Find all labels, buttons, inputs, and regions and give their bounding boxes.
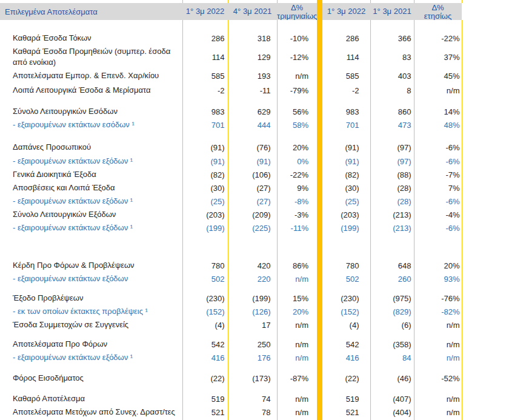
cell-value: (199) [228, 292, 277, 305]
row-right-margin [462, 168, 506, 181]
cell-value: 420 [228, 259, 277, 272]
cell-value: (22) [322, 372, 370, 385]
cell-value: (97) [370, 140, 414, 155]
cell-value: (91) [182, 140, 228, 155]
table-row: Καθαρό Αποτέλεσμα51974n/m519(407)n/m [0, 392, 506, 405]
cell-value: (203) [182, 208, 228, 221]
section-divider [317, 83, 322, 98]
section-divider [317, 68, 322, 83]
cell-value: (407) [370, 392, 414, 405]
table-subrow: - εξαιρουμένων εκτάκτων εξόδων502220n/m5… [0, 272, 506, 285]
cell-value: (28) [370, 195, 414, 208]
col-header-delta-quarterly: Δ%τριμηνιαίως [277, 3, 317, 20]
row-label: Αποτελέσματα Εμπορ. & Επενδ. Χαρ/κίου [0, 68, 182, 83]
cell-value: 56% [277, 105, 317, 118]
cell-value: 129 [228, 45, 277, 68]
row-right-margin [462, 83, 506, 98]
cell-value: -52% [414, 372, 462, 385]
table-row: Αποτελέσματα Μετόχων από Συνεχ. Δραστ/τε… [0, 405, 506, 419]
row-label: Λοιπά Λειτουργικά Έσοδα & Μερίσματα [0, 83, 182, 98]
row-right-margin [462, 272, 506, 285]
section-divider [317, 105, 322, 118]
cell-value: (25) [322, 195, 370, 208]
section-divider [317, 272, 322, 285]
header-row: Επιλεγμένα Αποτελέσματα 1° 3μ 2022 4° 3μ… [0, 3, 506, 20]
cell-value: -76% [414, 292, 462, 305]
cell-value: n/m [277, 272, 317, 285]
table-row: Έξοδο Προβλέψεων(230)(199)15%(230)(975)-… [0, 292, 506, 305]
row-right-margin [462, 208, 506, 221]
cell-value: (30) [322, 181, 370, 195]
cell-value: 83 [370, 45, 414, 68]
row-label: Γενικά Διοικητικά Έξοδα [0, 168, 182, 181]
cell-value: 366 [370, 31, 414, 45]
table-row: Αποτελέσματα Εμπορ. & Επενδ. Χαρ/κίου585… [0, 68, 506, 83]
section-divider [317, 351, 322, 364]
col-header-q4-2021: 4° 3μ 2021 [228, 3, 277, 20]
row-right-margin [462, 318, 506, 332]
row-right-margin [462, 405, 506, 419]
spacer-row [0, 20, 506, 31]
cell-value: 473 [370, 118, 414, 132]
cell-value: 286 [182, 31, 228, 45]
cell-value: (203) [322, 208, 370, 221]
section-divider [317, 285, 322, 292]
cell-value: 519 [182, 392, 228, 405]
cell-value: (230) [322, 292, 370, 305]
table-row: Σύνολο Λειτουργικών Εξόδων(203)(209)-3%(… [0, 208, 506, 221]
section-divider [317, 20, 322, 31]
row-label: Αποσβέσεις και Λοιπά Έξοδα [0, 181, 182, 195]
cell-value: (30) [182, 181, 228, 195]
cell-value: (4) [322, 318, 370, 332]
cell-value: 318 [228, 31, 277, 45]
cell-value: -6% [414, 155, 462, 168]
cell-value: (829) [370, 305, 414, 318]
cell-value: 220 [228, 272, 277, 285]
cell-value: 193 [228, 68, 277, 83]
section-divider [317, 235, 322, 259]
cell-value: (152) [182, 305, 228, 318]
cell-value: (97) [370, 155, 414, 168]
cell-value: 416 [322, 351, 370, 364]
section-divider [317, 3, 322, 20]
row-right-margin [462, 45, 506, 68]
row-right-margin [462, 31, 506, 45]
cell-value: 20% [414, 259, 462, 272]
cell-value: 701 [322, 118, 370, 132]
row-label: - εξαιρουμένων εκτάκτων εξόδων ¹ [0, 221, 182, 235]
row-right-margin [462, 305, 506, 318]
cell-value: (82) [182, 168, 228, 181]
section-divider [317, 221, 322, 235]
table-row: Αποτελέσματα Προ Φόρων542250n/m542(358)n… [0, 338, 506, 351]
cell-value: -22% [277, 168, 317, 181]
cell-value: 780 [182, 259, 228, 272]
header-right-margin [462, 3, 506, 20]
table-subrow: - εξαιρουμένων εκτάκτων εξόδων ¹(199)(22… [0, 221, 506, 235]
cell-value: n/m [277, 68, 317, 83]
cell-value: 521 [322, 405, 370, 419]
cell-value: (91) [322, 155, 370, 168]
cell-value: 176 [228, 351, 277, 364]
table-row: Καθαρά Έσοδα Τόκων286318-10%286366-22% [0, 31, 506, 45]
cell-value: 403 [370, 68, 414, 83]
cell-value: 45% [414, 68, 462, 83]
spacer-row [0, 332, 506, 338]
table-row: Σύνολο Λειτουργικών Εσόδων98362956%98386… [0, 105, 506, 118]
cell-value: -11 [228, 83, 277, 98]
cell-value: -22% [414, 31, 462, 45]
row-label: - εξαιρουμένων εκτάκτων εσόδων ¹ [0, 118, 182, 132]
cell-value: 93% [414, 272, 462, 285]
cell-value: 8 [370, 83, 414, 98]
table-row: Καθαρά Έσοδα Προμηθειών (συμπερ. έσοδα α… [0, 45, 506, 68]
row-right-margin [462, 140, 506, 155]
col-header-y-2021: 1° 3μ 2021 [370, 3, 414, 20]
cell-value: -10% [277, 31, 317, 45]
row-label: Καθαρά Έσοδα Τόκων [0, 31, 182, 45]
cell-value: (28) [370, 181, 414, 195]
cell-value: 860 [370, 105, 414, 118]
table-subrow: - εξαιρουμένων εκτάκτων εξόδων ¹(25)(27)… [0, 195, 506, 208]
table-subrow: - εξαιρουμένων εκτάκτων εξόδων ¹(91)(91)… [0, 155, 506, 168]
table-subrow: - εξαιρουμένων εκτάκτων εσόδων ¹70144458… [0, 118, 506, 132]
cell-value: (152) [322, 305, 370, 318]
cell-value: 20% [277, 305, 317, 318]
